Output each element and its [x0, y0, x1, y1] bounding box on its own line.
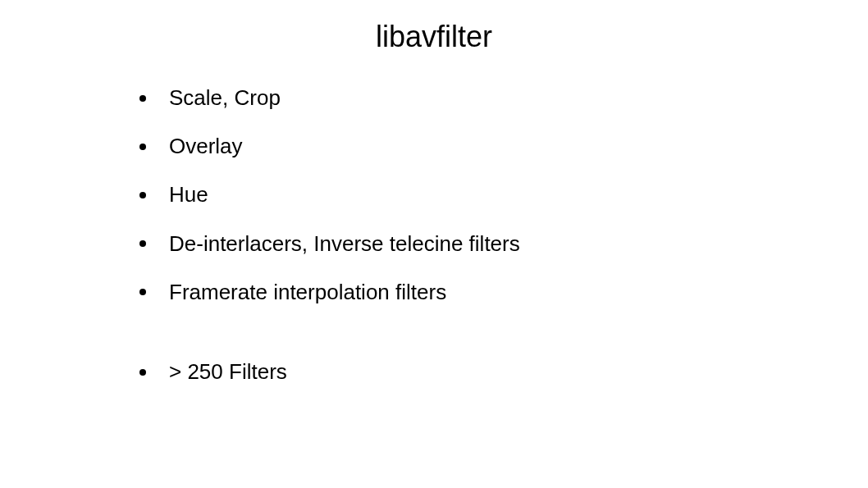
list-gap: [139, 328, 868, 359]
bullet-icon: [139, 240, 146, 247]
bullet-list-2: > 250 Filters: [139, 359, 868, 385]
slide-container: libavfilter Scale, Crop Overlay Hue De-i…: [0, 0, 868, 488]
bullet-text: De-interlacers, Inverse telecine filters: [169, 231, 520, 257]
bullet-list-1: Scale, Crop Overlay Hue De-interlacers, …: [139, 85, 868, 305]
slide-title: libavfilter: [0, 20, 868, 54]
bullet-text: Hue: [169, 182, 208, 208]
bullet-text: Framerate interpolation filters: [169, 280, 446, 305]
slide-content: Scale, Crop Overlay Hue De-interlacers, …: [0, 85, 868, 385]
list-item: Hue: [139, 182, 868, 208]
list-item: Overlay: [139, 134, 868, 159]
bullet-text: Overlay: [169, 134, 243, 159]
bullet-icon: [139, 95, 146, 102]
bullet-icon: [139, 369, 146, 376]
list-item: > 250 Filters: [139, 359, 868, 385]
list-item: Scale, Crop: [139, 85, 868, 111]
bullet-icon: [139, 144, 146, 150]
list-item: Framerate interpolation filters: [139, 280, 868, 305]
bullet-text: > 250 Filters: [169, 359, 287, 385]
bullet-text: Scale, Crop: [169, 85, 281, 111]
list-item: De-interlacers, Inverse telecine filters: [139, 231, 868, 257]
bullet-icon: [139, 289, 146, 295]
bullet-icon: [139, 192, 146, 198]
